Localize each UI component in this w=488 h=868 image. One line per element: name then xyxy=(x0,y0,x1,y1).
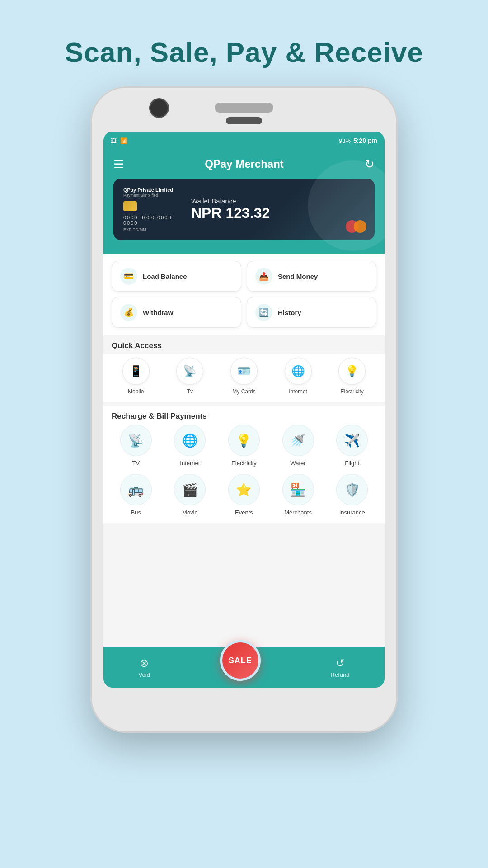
refund-label: Refund xyxy=(331,671,350,678)
card-tagline: Payment Simplified xyxy=(123,193,182,198)
recharge-label-movie: Movie xyxy=(182,509,198,516)
recharge-label-internet: Internet xyxy=(180,460,200,467)
mobile-icon: 📱 xyxy=(122,358,150,385)
bottom-nav: ⊗ Void SALE ↺ Refund xyxy=(103,647,385,688)
electricity-icon: 💡 xyxy=(338,358,366,385)
app-header: ☰ QPay Merchant ↻ xyxy=(103,150,385,179)
send-money-label: Send Money xyxy=(278,273,318,280)
network-circle-orange xyxy=(354,220,366,233)
card-network-logo xyxy=(346,220,366,233)
recharge-item-merchants[interactable]: 🏪 Merchants xyxy=(276,474,321,516)
card-number: 0000 0000 0000 0000 xyxy=(123,215,182,226)
quick-label-electricity: Electricity xyxy=(341,388,364,395)
recharge-section: Recharge & Bill Payments 📡 TV 🌐 Internet… xyxy=(103,406,385,523)
recharge-electricity-icon: 💡 xyxy=(228,425,260,456)
send-money-button[interactable]: 📤 Send Money xyxy=(247,261,376,292)
mycards-icon: 🪪 xyxy=(230,358,258,385)
recharge-label-electricity: Electricity xyxy=(231,460,257,467)
recharge-label-merchants: Merchants xyxy=(284,509,312,516)
recharge-item-electricity[interactable]: 💡 Electricity xyxy=(221,425,267,467)
recharge-section-title: Recharge & Bill Payments xyxy=(103,406,385,425)
recharge-item-insurance[interactable]: 🛡️ Insurance xyxy=(329,474,375,516)
recharge-label-water: Water xyxy=(290,460,305,467)
recharge-item-tv[interactable]: 📡 TV xyxy=(113,425,159,467)
refund-nav-item[interactable]: ↺ Refund xyxy=(331,657,350,678)
card-expiry: EXP DD/MM xyxy=(123,227,182,232)
history-icon: 🔄 xyxy=(255,304,272,321)
load-balance-button[interactable]: 💳 Load Balance xyxy=(112,261,241,292)
actions-grid: 💳 Load Balance 📤 Send Money 💰 Withdraw 🔄… xyxy=(103,254,385,335)
withdraw-button[interactable]: 💰 Withdraw xyxy=(112,297,241,328)
card-chip-area: QPay Private Limited Payment Simplified … xyxy=(123,187,182,232)
quick-item-mycards[interactable]: 🪪 My Cards xyxy=(224,358,264,395)
sale-button[interactable]: SALE xyxy=(220,640,261,681)
status-time: 5:20 pm xyxy=(353,137,377,144)
recharge-item-internet[interactable]: 🌐 Internet xyxy=(167,425,212,467)
recharge-insurance-icon: 🛡️ xyxy=(336,474,368,505)
recharge-item-water[interactable]: 🚿 Water xyxy=(276,425,321,467)
quick-label-internet: Internet xyxy=(289,388,307,395)
recharge-item-flight[interactable]: ✈️ Flight xyxy=(329,425,375,467)
quick-item-tv[interactable]: 📡 Tv xyxy=(170,358,210,395)
wallet-balance-amount: NPR 123.32 xyxy=(191,205,365,222)
recharge-label-events: Events xyxy=(235,509,253,516)
internet-icon: 🌐 xyxy=(285,358,312,385)
recharge-merchants-icon: 🏪 xyxy=(282,474,314,505)
recharge-grid: 📡 TV 🌐 Internet 💡 Electricity 🚿 Water xyxy=(103,425,385,516)
wallet-balance-label: Wallet Balance xyxy=(191,197,365,205)
quick-item-mobile[interactable]: 📱 Mobile xyxy=(116,358,156,395)
quick-access-row: 📱 Mobile 📡 Tv 🪪 My Cards 🌐 Internet 💡 xyxy=(103,354,385,402)
void-label: Void xyxy=(138,671,150,678)
wallet-card[interactable]: QPay Private Limited Payment Simplified … xyxy=(113,179,375,240)
refund-icon: ↺ xyxy=(336,657,345,670)
scroll-content[interactable]: Quick Access 📱 Mobile 📡 Tv 🪪 My Cards 🌐 … xyxy=(103,335,385,647)
status-icon-wifi: 📶 xyxy=(120,137,127,144)
withdraw-label: Withdraw xyxy=(143,309,173,316)
status-right-info: 93% 5:20 pm xyxy=(339,137,377,144)
page-title: Scan, Sale, Pay & Receive xyxy=(65,36,423,68)
card-company-name: QPay Private Limited xyxy=(123,187,182,193)
void-icon: ⊗ xyxy=(140,657,149,670)
quick-access-title: Quick Access xyxy=(103,335,385,354)
status-battery-text: 93% xyxy=(339,137,351,144)
wallet-balance-area: Wallet Balance NPR 123.32 xyxy=(191,197,365,222)
recharge-item-bus[interactable]: 🚌 Bus xyxy=(113,474,159,516)
quick-item-internet[interactable]: 🌐 Internet xyxy=(278,358,318,395)
recharge-item-movie[interactable]: 🎬 Movie xyxy=(167,474,212,516)
wallet-section: QPay Private Limited Payment Simplified … xyxy=(103,179,385,254)
phone-earpiece xyxy=(226,117,262,124)
history-label: History xyxy=(278,309,301,316)
recharge-bus-icon: 🚌 xyxy=(120,474,152,505)
recharge-movie-icon: 🎬 xyxy=(174,474,206,505)
quick-label-mycards: My Cards xyxy=(232,388,255,395)
phone-speaker xyxy=(215,103,273,113)
history-button[interactable]: 🔄 History xyxy=(247,297,376,328)
refresh-icon[interactable]: ↻ xyxy=(365,157,375,171)
recharge-item-events[interactable]: ⭐ Events xyxy=(221,474,267,516)
front-camera xyxy=(149,98,169,118)
recharge-label-insurance: Insurance xyxy=(339,509,365,516)
menu-icon[interactable]: ☰ xyxy=(113,157,124,171)
recharge-label-tv: TV xyxy=(132,460,140,467)
quick-label-mobile: Mobile xyxy=(128,388,144,395)
status-bar: 🖼 📶 93% 5:20 pm xyxy=(103,132,385,150)
phone-screen: 🖼 📶 93% 5:20 pm ☰ QPay Merchant ↻ QPay P… xyxy=(103,132,385,688)
quick-item-electricity[interactable]: 💡 Electricity xyxy=(332,358,372,395)
phone-shell: 🖼 📶 93% 5:20 pm ☰ QPay Merchant ↻ QPay P… xyxy=(90,86,398,733)
status-left-icons: 🖼 📶 xyxy=(111,137,127,144)
tv-icon: 📡 xyxy=(176,358,203,385)
send-money-icon: 📤 xyxy=(255,268,272,285)
card-chip xyxy=(123,201,137,211)
recharge-water-icon: 🚿 xyxy=(282,425,314,456)
recharge-label-flight: Flight xyxy=(345,460,359,467)
withdraw-icon: 💰 xyxy=(120,304,137,321)
quick-label-tv: Tv xyxy=(187,388,193,395)
recharge-label-bus: Bus xyxy=(131,509,141,516)
app-header-title: QPay Merchant xyxy=(205,158,284,170)
void-nav-item[interactable]: ⊗ Void xyxy=(138,657,150,678)
recharge-flight-icon: ✈️ xyxy=(336,425,368,456)
recharge-tv-icon: 📡 xyxy=(120,425,152,456)
recharge-internet-icon: 🌐 xyxy=(174,425,206,456)
recharge-events-icon: ⭐ xyxy=(228,474,260,505)
load-balance-icon: 💳 xyxy=(120,268,137,285)
